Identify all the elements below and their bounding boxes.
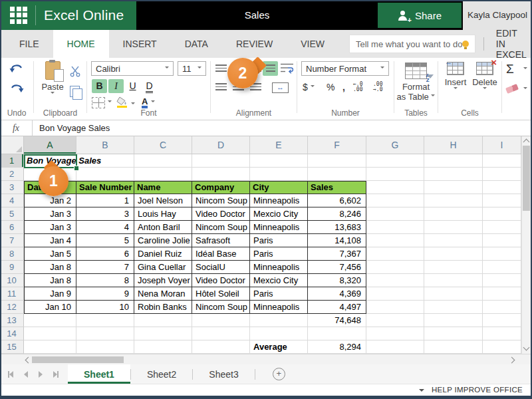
- percent-button[interactable]: %: [327, 82, 334, 92]
- cell-G12[interactable]: [366, 301, 424, 314]
- cell-D5[interactable]: Video Doctor: [192, 207, 250, 221]
- redo-button[interactable]: [9, 82, 25, 96]
- cell-C12[interactable]: Robin Banks: [134, 301, 192, 314]
- last-sheet-icon[interactable]: [53, 371, 59, 378]
- cell-I2[interactable]: [483, 168, 521, 181]
- decrease-decimal-button[interactable]: .00→.0: [373, 82, 382, 92]
- next-sheet-icon[interactable]: [39, 371, 43, 378]
- cell-D12[interactable]: Nincom Soup: [192, 301, 250, 314]
- cell-H2[interactable]: [424, 168, 483, 181]
- delete-cells-button[interactable]: × Delete: [471, 62, 498, 91]
- font-name-combo[interactable]: Calibri: [91, 61, 174, 76]
- column-header-D[interactable]: D: [192, 136, 250, 154]
- cell-E10[interactable]: Mexcio City: [250, 274, 308, 287]
- select-all-corner[interactable]: [0, 136, 24, 154]
- cell-I4[interactable]: [483, 194, 521, 207]
- row-header-1[interactable]: 1: [0, 154, 24, 168]
- tell-me-box[interactable]: Tell me what you want to do: [349, 35, 475, 53]
- row-header-2[interactable]: 2: [0, 168, 24, 181]
- cell-D10[interactable]: Video Doctor: [192, 274, 250, 287]
- format-as-table-button[interactable]: Format as Table: [394, 82, 438, 102]
- formula-input[interactable]: Bon Voyage Sales: [33, 120, 532, 136]
- cell-G11[interactable]: [366, 287, 424, 301]
- column-header-I[interactable]: I: [483, 136, 521, 154]
- row-header-6[interactable]: 6: [0, 221, 24, 234]
- cell-E3[interactable]: City: [250, 181, 308, 194]
- cell-E4[interactable]: Minneapolis: [250, 194, 308, 207]
- cell-C4[interactable]: Joel Nelson: [134, 194, 192, 207]
- row-header-9[interactable]: 9: [0, 261, 24, 274]
- cell-E14[interactable]: [250, 327, 308, 340]
- cell-D15[interactable]: [192, 340, 250, 354]
- row-header-5[interactable]: 5: [0, 207, 24, 221]
- cell-E12[interactable]: Minneapolis: [250, 301, 308, 314]
- app-launcher-icon[interactable]: [10, 7, 27, 24]
- cell-F8[interactable]: 7,367: [308, 247, 366, 261]
- cell-B12[interactable]: 10: [76, 301, 134, 314]
- cell-I1[interactable]: [483, 154, 521, 168]
- sheet-tab-sheet2[interactable]: Sheet2: [131, 364, 192, 384]
- clear-eraser-icon[interactable]: [505, 84, 519, 94]
- autosum-button[interactable]: Σ: [506, 62, 514, 76]
- cell-B8[interactable]: 6: [76, 247, 134, 261]
- cell-B2[interactable]: [76, 168, 134, 181]
- cell-I9[interactable]: [483, 261, 521, 274]
- cell-I13[interactable]: [483, 314, 521, 327]
- cell-B9[interactable]: 7: [76, 261, 134, 274]
- cell-A14[interactable]: [24, 327, 76, 340]
- ribbon-tab-insert[interactable]: INSERT: [109, 30, 171, 58]
- cell-A12[interactable]: Jan 10: [24, 301, 76, 314]
- cell-H14[interactable]: [424, 327, 483, 340]
- cell-A5[interactable]: Jan 3: [24, 207, 76, 221]
- scroll-right-icon[interactable]: [509, 357, 515, 364]
- row-header-14[interactable]: 14: [0, 327, 24, 340]
- ribbon-tab-file[interactable]: FILE: [5, 30, 53, 58]
- cell-F10[interactable]: 8,320: [308, 274, 366, 287]
- row-header-10[interactable]: 10: [0, 274, 24, 287]
- cell-C5[interactable]: Louis Hay: [134, 207, 192, 221]
- cell-I11[interactable]: [483, 287, 521, 301]
- font-color-button[interactable]: A: [142, 96, 155, 108]
- vertical-scrollbar[interactable]: [521, 136, 531, 354]
- cell-E6[interactable]: Minneapolis: [250, 221, 308, 234]
- cell-C14[interactable]: [134, 327, 192, 340]
- cell-A6[interactable]: Jan 3: [24, 221, 76, 234]
- row-header-8[interactable]: 8: [0, 247, 24, 261]
- cell-I15[interactable]: [483, 340, 521, 354]
- cell-I14[interactable]: [483, 327, 521, 340]
- cell-G8[interactable]: [366, 247, 424, 261]
- cell-C6[interactable]: Anton Baril: [134, 221, 192, 234]
- top-align-icon[interactable]: [215, 65, 227, 72]
- cell-G1[interactable]: [366, 154, 424, 168]
- cell-F6[interactable]: 13,683: [308, 221, 366, 234]
- ribbon-tab-data[interactable]: DATA: [171, 30, 222, 58]
- scroll-up-icon[interactable]: [523, 139, 530, 146]
- cell-E11[interactable]: Paris: [250, 287, 308, 301]
- fx-icon[interactable]: fx: [0, 120, 33, 136]
- cell-G10[interactable]: [366, 274, 424, 287]
- cell-F13[interactable]: 74,648: [308, 314, 366, 327]
- cell-D11[interactable]: Hôtel Soleil: [192, 287, 250, 301]
- number-format-combo[interactable]: Number Format: [301, 61, 389, 76]
- cell-A13[interactable]: [24, 314, 76, 327]
- previous-sheet-icon[interactable]: [24, 371, 28, 378]
- ribbon-tab-review[interactable]: REVIEW: [222, 30, 287, 58]
- add-sheet-icon[interactable]: +: [273, 368, 285, 380]
- double-underline-button[interactable]: D: [142, 79, 157, 93]
- cell-G2[interactable]: [366, 168, 424, 181]
- cell-F4[interactable]: 6,602: [308, 194, 366, 207]
- cell-H6[interactable]: [424, 221, 483, 234]
- cell-F11[interactable]: 4,369: [308, 287, 366, 301]
- cut-button[interactable]: [70, 66, 80, 79]
- cell-B14[interactable]: [76, 327, 134, 340]
- paste-button[interactable]: Paste: [39, 61, 66, 102]
- undo-button[interactable]: [9, 63, 25, 76]
- cell-A8[interactable]: Jan 5: [24, 247, 76, 261]
- cell-G13[interactable]: [366, 314, 424, 327]
- row-header-3[interactable]: 3: [0, 181, 24, 194]
- scroll-left-icon[interactable]: [25, 357, 32, 364]
- cell-G4[interactable]: [366, 194, 424, 207]
- row-header-13[interactable]: 13: [0, 314, 24, 327]
- cell-G14[interactable]: [366, 327, 424, 340]
- cell-F14[interactable]: [308, 327, 366, 340]
